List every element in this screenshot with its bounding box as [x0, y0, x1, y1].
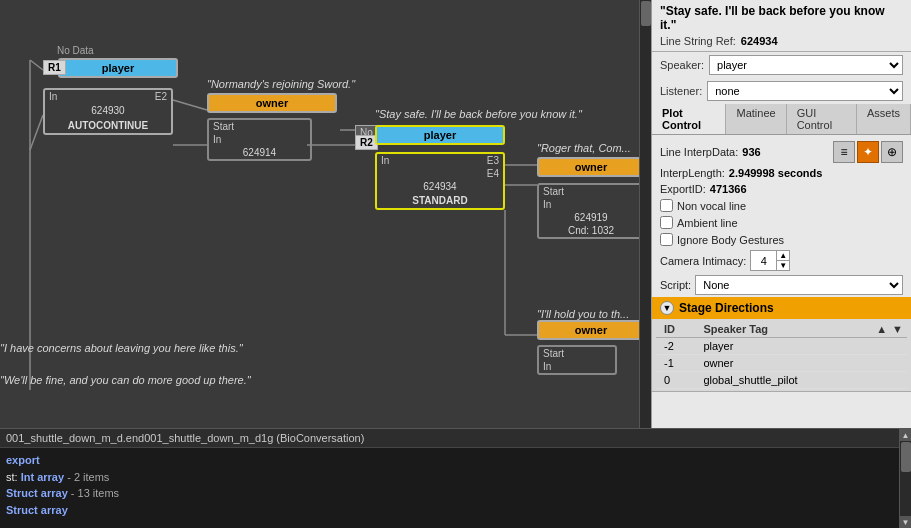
canvas-vscroll-thumb[interactable]: [641, 1, 651, 26]
node-id-624930: 624930: [45, 103, 171, 118]
camera-up-btn[interactable]: ▲: [777, 251, 789, 261]
tab-matinee[interactable]: Matinee: [726, 104, 786, 134]
tab-assets[interactable]: Assets: [857, 104, 911, 134]
listener-label: Listener:: [660, 85, 702, 97]
st-label: st:: [6, 471, 18, 483]
scroll-track[interactable]: [900, 441, 911, 516]
row-id-neg2: -2: [656, 338, 695, 355]
node-624919[interactable]: Start In 624919 Cnd: 1032: [537, 183, 645, 239]
camera-intimacy-row: Camera Intimacy: 4 ▲ ▼: [652, 248, 911, 273]
non-vocal-label: Non vocal line: [677, 200, 746, 212]
speaker-label: Speaker:: [660, 59, 704, 71]
e4-port-label: E4: [487, 168, 499, 179]
node-id-624934: 624934: [377, 180, 503, 193]
ignore-gestures-checkbox[interactable]: [660, 233, 673, 246]
interp-icon-group: ≡ ✦ ⊕: [833, 141, 903, 163]
node-e3[interactable]: owner: [537, 157, 645, 177]
stage-dir-table: ID Speaker Tag ▲ ▼ -2 player: [656, 321, 907, 389]
interp-edit-icon[interactable]: ✦: [857, 141, 879, 163]
interp-menu-icon[interactable]: ⊕: [881, 141, 903, 163]
panel-body: Line InterpData: 936 ≡ ✦ ⊕ InterpLength:…: [652, 135, 911, 428]
scroll-up-arrow[interactable]: ▲: [900, 429, 912, 441]
ignore-gestures-label: Ignore Body Gestures: [677, 234, 784, 246]
line-interp-row: Line InterpData: 936 ≡ ✦ ⊕: [652, 139, 911, 165]
tab-gui-control[interactable]: GUI Control: [787, 104, 857, 134]
node-e2-header: owner: [209, 95, 335, 111]
node-e3-header: owner: [539, 159, 643, 175]
bottom-file-path: 001_shuttle_down_m_d.end001_shuttle_down…: [0, 429, 899, 448]
node-autocontinue[interactable]: In E2 624930 AUTOCONTINUE: [43, 88, 173, 135]
line-string-ref-value: 624934: [741, 35, 778, 47]
start3-label: Start: [543, 348, 564, 359]
node-r1-header: player: [60, 60, 176, 76]
camera-down-btn[interactable]: ▼: [777, 261, 789, 270]
speaker-select[interactable]: player: [709, 55, 903, 75]
node-start-bottom[interactable]: Start In: [537, 345, 617, 375]
struct-array-keyword1: Struct array: [6, 487, 68, 499]
node-id-624914: 624914: [209, 146, 310, 159]
scroll-down-arrow[interactable]: ▼: [900, 516, 912, 528]
node-e4[interactable]: owner: [537, 320, 645, 340]
tab-plot-control[interactable]: Plot Control: [652, 104, 726, 134]
node-r1[interactable]: player: [58, 58, 178, 78]
ambient-checkbox[interactable]: [660, 216, 673, 229]
non-vocal-checkbox[interactable]: [660, 199, 673, 212]
table-row: -1 owner: [656, 355, 907, 372]
node-r2[interactable]: player: [375, 125, 505, 145]
int-array-count: - 2 items: [67, 471, 109, 483]
listener-select[interactable]: none: [707, 81, 903, 101]
sort-up-btn[interactable]: ▲: [876, 323, 887, 335]
node-e4-header: owner: [539, 322, 643, 338]
svg-line-9: [30, 60, 43, 70]
line-string-ref-label: Line String Ref:: [660, 35, 736, 47]
struct-array-keyword2: Struct array: [6, 504, 68, 516]
script-select[interactable]: None: [695, 275, 903, 295]
ignore-gestures-row: Ignore Body Gestures: [652, 231, 911, 248]
node-autocont-label: AUTOCONTINUE: [45, 118, 171, 133]
listener-field: Listener: none: [652, 78, 911, 104]
bottom-scrollbar[interactable]: ▲ ▼: [899, 429, 911, 528]
node-cnd: Cnd: 1032: [539, 224, 643, 237]
canvas-vscrollbar[interactable]: [639, 0, 651, 428]
node-start[interactable]: Start In 624914: [207, 118, 312, 161]
in4-label: In: [543, 361, 551, 372]
row-speaker-owner: owner: [695, 355, 856, 372]
non-vocal-row: Non vocal line: [652, 197, 911, 214]
export-keyword: export: [6, 454, 40, 466]
table-row: 0 global_shuttle_pilot: [656, 372, 907, 389]
node-canvas[interactable]: No Data R1 player In E2 624930 AUTOCONTI…: [0, 0, 651, 428]
node-e2[interactable]: owner: [207, 93, 337, 113]
row-id-neg1: -1: [656, 355, 695, 372]
node-standard-label: STANDARD: [377, 193, 503, 208]
line-interp-label: Line InterpData:: [660, 146, 738, 158]
in-label: In: [213, 134, 221, 145]
stage-directions-header[interactable]: ▼ Stage Directions: [652, 297, 911, 319]
scroll-thumb[interactable]: [901, 442, 911, 472]
roger-text: "Roger that, Com...: [537, 142, 631, 154]
ambient-row: Ambient line: [652, 214, 911, 231]
stage-dir-chevron[interactable]: ▼: [660, 301, 674, 315]
export-id-row: ExportID: 471366: [652, 181, 911, 197]
normandy-text: "Normandy's rejoining Sword.": [207, 78, 355, 90]
in3-label: In: [543, 199, 551, 210]
speaker-field: Speaker: player: [652, 52, 911, 78]
camera-intimacy-value: 4: [751, 255, 776, 267]
bottom-content: export st: Int array - 2 items Struct ar…: [0, 448, 899, 522]
line-interp-value: 936: [742, 146, 760, 158]
panel-quote-title: "Stay safe. I'll be back before you know…: [660, 4, 903, 32]
in2-label: In: [381, 155, 389, 166]
interp-length-row: InterpLength: 2.949998 seconds: [652, 165, 911, 181]
stage-dir-controls: ID Speaker Tag ▲ ▼ -2 player: [652, 319, 911, 392]
concerns-text: "I have concerns about leaving you here …: [0, 342, 243, 354]
table-row: -2 player: [656, 338, 907, 355]
row-speaker-pilot: global_shuttle_pilot: [695, 372, 856, 389]
camera-intimacy-label: Camera Intimacy:: [660, 255, 746, 267]
svg-line-10: [30, 115, 43, 150]
row-id-0: 0: [656, 372, 695, 389]
sort-down-btn[interactable]: ▼: [892, 323, 903, 335]
tabs-row: Plot Control Matinee GUI Control Assets: [652, 104, 911, 135]
node-standard[interactable]: In E3 E4 624934 STANDARD: [375, 152, 505, 210]
interp-filter-icon[interactable]: ≡: [833, 141, 855, 163]
stage-directions-label: Stage Directions: [679, 301, 774, 315]
start2-label: Start: [543, 186, 564, 197]
